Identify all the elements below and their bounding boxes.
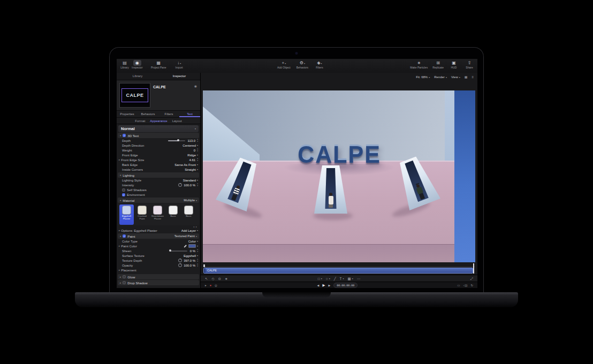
add-layer-popup[interactable]: Add Layer (181, 229, 196, 232)
texture-depth-stepper[interactable]: ▴▾ (197, 259, 198, 262)
disclosure-icon[interactable]: ▸ (120, 282, 121, 284)
intensity-value[interactable]: 100.0 % (184, 184, 195, 187)
speaker-icon[interactable]: ◁)) (463, 284, 467, 287)
share-button[interactable]: ⇧ Share (464, 60, 475, 69)
fit-zoom-popup[interactable]: Fit: 68%▾ (416, 75, 430, 79)
section-glow[interactable]: ▸ ✓ Glow (118, 274, 199, 279)
section-lighting[interactable]: ▾ Lighting (118, 172, 199, 178)
disclosure-icon[interactable]: ▾ (120, 199, 121, 202)
texture-depth-value[interactable]: 397.0 % (184, 259, 195, 262)
drop-shadow-checkbox[interactable]: ✓ (123, 281, 126, 284)
tab-properties[interactable]: Properties (117, 111, 138, 117)
timeline-ruler[interactable] (203, 264, 475, 267)
sheen-value[interactable]: 0 % (190, 249, 195, 253)
render-popup[interactable]: Render▾ (434, 75, 447, 79)
grid-view-icon[interactable]: ▦ (465, 75, 468, 79)
material-tile[interactable]: Knockdown Plaster (150, 204, 165, 225)
style-preset-popup[interactable]: Normal ▾ (118, 125, 199, 132)
sheen-stepper[interactable]: ▴▾ (197, 249, 198, 252)
text-tool-icon[interactable]: T▾ (340, 277, 344, 280)
timecode-display[interactable]: 00:00:00:00 (333, 283, 358, 288)
loop-icon[interactable]: ↻ (470, 284, 473, 287)
eyedropper-icon[interactable] (184, 245, 186, 247)
disclosure-icon[interactable]: ▸ (119, 245, 120, 247)
scene-3d-text[interactable]: CALPE (274, 141, 405, 168)
shape-tool-icon[interactable]: □▾ (318, 277, 322, 280)
material-tile[interactable]: Basic (166, 204, 180, 225)
sheen-slider[interactable] (170, 251, 187, 252)
tab-behaviors[interactable]: Behaviors (138, 111, 158, 117)
front-edge-popup[interactable]: Ridge (187, 154, 196, 157)
front-edge-size-stepper[interactable]: ▴▾ (197, 158, 198, 161)
material-tile[interactable]: Eggshell Plaster (119, 204, 134, 225)
previous-frame-button[interactable]: ◀ (317, 284, 320, 287)
inside-corners-popup[interactable]: Straight (185, 168, 196, 171)
opacity-dial[interactable] (178, 263, 182, 267)
mask-tool-icon[interactable]: ▦▾ (348, 277, 353, 281)
sparkle-tool-icon[interactable]: ∗ (225, 277, 227, 281)
disclosure-icon[interactable]: ▾ (120, 235, 121, 238)
line-tool-icon[interactable]: ╱ (334, 277, 336, 281)
disclosure-icon[interactable]: ▸ (119, 269, 120, 271)
tab-library[interactable]: Library (117, 73, 158, 80)
section-drop-shadow[interactable]: ▸ ✓ Drop Shadow (118, 280, 199, 285)
depth-direction-popup[interactable]: Centered (183, 144, 196, 147)
paint-type-popup[interactable]: Textured Paint (174, 234, 195, 238)
mini-timeline-icon[interactable]: ▭ (457, 284, 460, 287)
inspector-button[interactable]: ◉ Inspector (132, 60, 143, 69)
filters-button[interactable]: ◈▾ Filters (314, 60, 325, 69)
depth-value[interactable]: 113.0 (188, 139, 196, 142)
disclosure-icon[interactable]: ▾ (120, 174, 121, 177)
opacity-value[interactable]: 100.0 % (184, 264, 195, 267)
texture-depth-dial[interactable] (178, 259, 182, 262)
behaviors-button[interactable]: ⚙▾ Behaviors (296, 60, 308, 69)
tab-inspector[interactable]: Inspector (158, 73, 200, 80)
subtab-appearance[interactable]: Appearance (150, 119, 167, 123)
record-icon[interactable]: ● (210, 284, 211, 287)
adjust-tool-icon[interactable]: ◇ (211, 277, 214, 281)
tab-filters[interactable]: Filters (158, 111, 179, 117)
paint-checkbox[interactable]: ✓ (123, 234, 126, 238)
tab-text[interactable]: Text (179, 111, 200, 117)
section-paint[interactable]: ▾ ✓ Paint Textured Paint ▾ (118, 233, 199, 239)
object-thumbnail[interactable]: CALPE (119, 83, 150, 108)
depth-slider[interactable] (168, 140, 185, 141)
list-view-icon[interactable]: ≡ (472, 75, 474, 79)
pointer-tool-icon[interactable]: ↖ (205, 277, 208, 281)
3d-text-checkbox[interactable]: ✓ (123, 134, 126, 137)
material-tile[interactable]: Cracked Paint (135, 204, 149, 225)
section-3d-text[interactable]: ▾ ✓ 3D Text (118, 133, 199, 138)
circle-tool-icon[interactable]: ○▾ (326, 277, 330, 280)
depth-stepper[interactable]: ▴▾ (197, 139, 198, 142)
solo-icon[interactable]: ◎ (215, 284, 217, 287)
paint-color-well[interactable] (188, 244, 196, 248)
disclosure-icon[interactable]: ▾ (120, 134, 121, 137)
make-particles-button[interactable]: ∗ Make Particles (410, 60, 428, 69)
swatch-prev-icon[interactable]: ◂ (193, 225, 194, 228)
material-tile[interactable]: Basic (181, 204, 196, 225)
in-point-marker[interactable] (203, 264, 205, 267)
color-type-popup[interactable]: Color (188, 240, 196, 243)
environment-checkbox[interactable]: ✓ (122, 193, 125, 196)
section-material[interactable]: ▾ Material Multiple ▾ (118, 198, 199, 203)
disclosure-icon[interactable]: ▸ (119, 229, 120, 232)
front-edge-size-value[interactable]: 4.61 (189, 158, 196, 162)
more-tools-icon[interactable]: ⋯ (357, 277, 361, 281)
weight-stepper[interactable]: ▴▾ (197, 148, 198, 151)
disclosure-icon[interactable]: ▸ (120, 276, 121, 278)
playhead[interactable] (473, 263, 474, 274)
pin-icon[interactable]: ◉ (194, 84, 197, 88)
back-edge-popup[interactable]: Same As Front (174, 163, 196, 166)
lighting-style-popup[interactable]: Standard (183, 179, 196, 182)
material-popup[interactable]: Multiple (184, 199, 195, 202)
anchor-tool-icon[interactable]: ⊙ (218, 277, 221, 281)
canvas-viewport[interactable]: CALPE (203, 90, 475, 262)
opacity-stepper[interactable]: ▴▾ (197, 263, 198, 267)
import-button[interactable]: ↓▾ Import (174, 60, 185, 69)
next-frame-button[interactable]: ▶ (328, 284, 330, 287)
subtab-layout[interactable]: Layout (172, 119, 182, 123)
subtab-format[interactable]: Format (135, 119, 145, 123)
weight-value[interactable]: 0 (194, 149, 195, 152)
glow-checkbox[interactable]: ✓ (123, 275, 126, 278)
expand-timeline-icon[interactable]: ⤢ (470, 277, 473, 281)
